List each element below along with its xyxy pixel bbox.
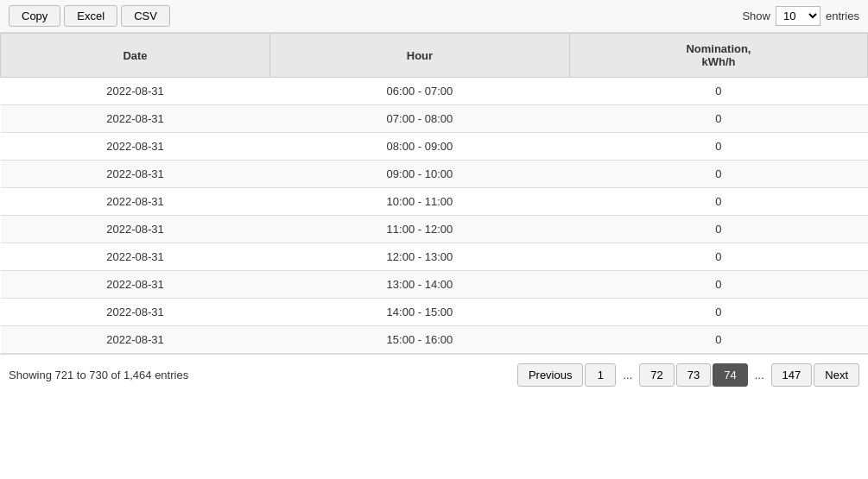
- cell-date: 2022-08-31: [1, 271, 270, 299]
- cell-date: 2022-08-31: [1, 105, 270, 133]
- cell-nomination: 0: [569, 271, 867, 299]
- cell-nomination: 0: [569, 188, 867, 216]
- table-row: 2022-08-3115:00 - 16:000: [1, 326, 868, 354]
- show-label: Show: [742, 9, 770, 22]
- col-date: Date: [1, 34, 270, 78]
- show-entries-control: Show 102550100 entries: [742, 6, 859, 26]
- excel-button[interactable]: Excel: [64, 5, 117, 27]
- table-row: 2022-08-3113:00 - 14:000: [1, 271, 868, 299]
- cell-nomination: 0: [569, 161, 867, 188]
- table-row: 2022-08-3110:00 - 11:000: [1, 188, 868, 216]
- export-buttons: Copy Excel CSV: [9, 5, 170, 27]
- page-ellipsis: ...: [750, 364, 770, 386]
- data-table: Date Hour Nomination,kWh/h 2022-08-3106:…: [0, 33, 868, 354]
- page-buttons: 1...727374...147: [585, 363, 812, 387]
- csv-button[interactable]: CSV: [121, 5, 170, 27]
- page-number-button[interactable]: 147: [771, 363, 813, 387]
- cell-hour: 12:00 - 13:00: [269, 243, 569, 271]
- table-row: 2022-08-3114:00 - 15:000: [1, 299, 868, 326]
- cell-hour: 14:00 - 15:00: [269, 299, 569, 326]
- footer-bar: Showing 721 to 730 of 1,464 entries Prev…: [0, 354, 868, 395]
- table-header: Date Hour Nomination,kWh/h: [1, 34, 868, 78]
- cell-nomination: 0: [569, 243, 867, 271]
- cell-nomination: 0: [569, 78, 867, 105]
- entries-label: entries: [826, 9, 859, 22]
- page-number-button[interactable]: 1: [585, 363, 616, 387]
- table-row: 2022-08-3111:00 - 12:000: [1, 216, 868, 243]
- table-body: 2022-08-3106:00 - 07:0002022-08-3107:00 …: [1, 78, 868, 354]
- copy-button[interactable]: Copy: [9, 5, 60, 27]
- cell-nomination: 0: [569, 105, 867, 133]
- col-nomination: Nomination,kWh/h: [569, 34, 867, 78]
- cell-nomination: 0: [569, 299, 867, 326]
- page-ellipsis: ...: [618, 364, 637, 386]
- cell-date: 2022-08-31: [1, 133, 270, 161]
- cell-hour: 06:00 - 07:00: [269, 78, 569, 105]
- cell-date: 2022-08-31: [1, 188, 270, 216]
- cell-nomination: 0: [569, 133, 867, 161]
- table-row: 2022-08-3107:00 - 08:000: [1, 105, 868, 133]
- pagination: Previous 1...727374...147 Next: [517, 363, 859, 387]
- cell-date: 2022-08-31: [1, 326, 270, 354]
- cell-hour: 10:00 - 11:00: [269, 188, 569, 216]
- page-number-button[interactable]: 74: [713, 363, 747, 387]
- cell-hour: 13:00 - 14:00: [269, 271, 569, 299]
- cell-date: 2022-08-31: [1, 161, 270, 188]
- page-number-button[interactable]: 72: [639, 363, 674, 387]
- cell-hour: 08:00 - 09:00: [269, 133, 569, 161]
- show-select[interactable]: 102550100: [776, 6, 820, 26]
- cell-hour: 09:00 - 10:00: [269, 161, 569, 188]
- previous-button[interactable]: Previous: [517, 363, 584, 387]
- cell-nomination: 0: [569, 326, 867, 354]
- cell-hour: 07:00 - 08:00: [269, 105, 569, 133]
- table-row: 2022-08-3108:00 - 09:000: [1, 133, 868, 161]
- cell-hour: 11:00 - 12:00: [269, 216, 569, 243]
- top-bar: Copy Excel CSV Show 102550100 entries: [0, 0, 868, 33]
- table-row: 2022-08-3106:00 - 07:000: [1, 78, 868, 105]
- cell-date: 2022-08-31: [1, 299, 270, 326]
- cell-hour: 15:00 - 16:00: [269, 326, 569, 354]
- showing-text: Showing 721 to 730 of 1,464 entries: [9, 369, 188, 381]
- table-row: 2022-08-3109:00 - 10:000: [1, 161, 868, 188]
- cell-nomination: 0: [569, 216, 867, 243]
- cell-date: 2022-08-31: [1, 216, 270, 243]
- page-number-button[interactable]: 73: [676, 363, 711, 387]
- table-row: 2022-08-3112:00 - 13:000: [1, 243, 868, 271]
- next-button[interactable]: Next: [814, 363, 859, 387]
- col-hour: Hour: [269, 34, 569, 78]
- cell-date: 2022-08-31: [1, 78, 270, 105]
- cell-date: 2022-08-31: [1, 243, 270, 271]
